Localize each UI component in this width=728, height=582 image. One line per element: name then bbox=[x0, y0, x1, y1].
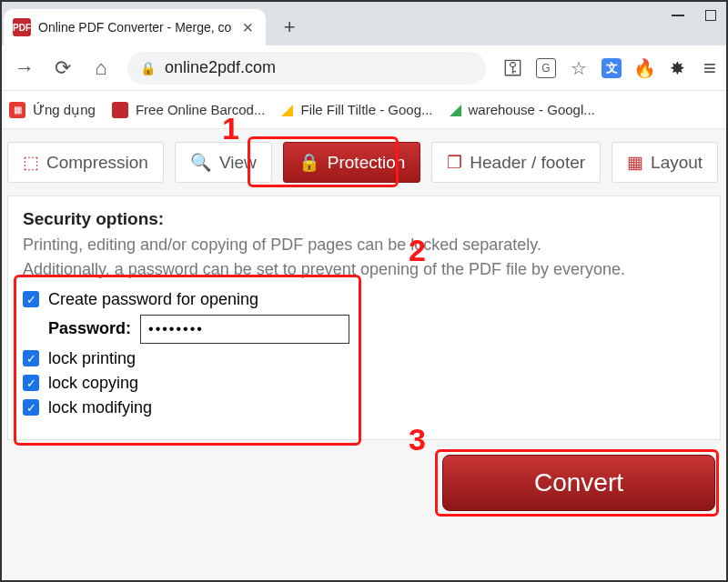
address-bar[interactable]: 🔒 online2pdf.com bbox=[127, 52, 486, 85]
tab-label: Header / footer bbox=[470, 153, 585, 173]
new-tab-button[interactable]: + bbox=[275, 13, 304, 42]
tab-layout[interactable]: ▦ Layout bbox=[612, 142, 718, 183]
page-content: ⬚ Compression 🔍 View 🔒 Protection ❐ Head… bbox=[2, 129, 726, 580]
bookmark-warehouse[interactable]: ◢ warehouse - Googl... bbox=[450, 100, 595, 119]
google-translate-ext-icon[interactable]: 文 bbox=[601, 57, 622, 79]
convert-row: Convert 3 bbox=[2, 447, 726, 522]
settings-tabs: ⬚ Compression 🔍 View 🔒 Protection ❐ Head… bbox=[2, 129, 726, 188]
option-label: lock modifying bbox=[48, 398, 152, 417]
tab-label: Layout bbox=[651, 153, 703, 173]
tab-protection[interactable]: 🔒 Protection bbox=[283, 142, 421, 183]
browser-toolbar: → ⟳ ⌂ 🔒 online2pdf.com ⚿ G ☆ 文 🔥 ✸ ≡ bbox=[2, 45, 726, 91]
tab-label: Protection bbox=[328, 153, 406, 173]
checkbox-checked-icon[interactable]: ✓ bbox=[23, 399, 39, 416]
convert-label: Convert bbox=[534, 468, 623, 497]
url-text: online2pdf.com bbox=[165, 58, 276, 77]
panel-desc-2: Additionally, a password can be set to p… bbox=[23, 259, 705, 280]
apps-icon: ▦ bbox=[9, 102, 25, 118]
home-button[interactable]: ⌂ bbox=[84, 51, 118, 85]
option-create-password[interactable]: ✓ Create password for opening bbox=[23, 290, 705, 309]
extensions-icon[interactable]: ✸ bbox=[666, 57, 688, 79]
panel-title: Security options: bbox=[23, 209, 705, 229]
lock-icon: 🔒 bbox=[140, 61, 156, 75]
menu-icon[interactable]: ≡ bbox=[699, 57, 721, 79]
tab-label: View bbox=[219, 153, 257, 173]
page-icon: ❐ bbox=[447, 152, 462, 173]
bookmark-apps[interactable]: ▦ Ứng dụng bbox=[9, 102, 96, 118]
reload-button[interactable]: ⟳ bbox=[46, 51, 80, 85]
star-icon[interactable]: ☆ bbox=[568, 57, 590, 79]
drive-icon: ◢ bbox=[450, 100, 461, 119]
checkbox-checked-icon[interactable]: ✓ bbox=[23, 375, 39, 391]
window-minimize-button[interactable] bbox=[668, 7, 688, 24]
option-lock-copying[interactable]: ✓ lock copying bbox=[23, 374, 705, 393]
browser-tab-active[interactable]: PDF Online PDF Converter - Merge, co × bbox=[4, 9, 266, 45]
drive-icon: ◢ bbox=[281, 100, 293, 119]
close-icon[interactable]: × bbox=[238, 17, 257, 38]
bookmark-label: Free Online Barcod... bbox=[136, 102, 266, 117]
option-lock-printing[interactable]: ✓ lock printing bbox=[23, 349, 705, 368]
option-label: lock copying bbox=[48, 374, 138, 393]
option-label: lock printing bbox=[48, 349, 136, 368]
tab-view[interactable]: 🔍 View bbox=[175, 142, 272, 183]
bookmark-label: File Fill Tiltle - Goog... bbox=[300, 102, 432, 117]
password-label: Password: bbox=[48, 319, 131, 338]
password-input[interactable] bbox=[140, 315, 349, 344]
pdf-favicon: PDF bbox=[13, 18, 31, 36]
checkbox-checked-icon[interactable]: ✓ bbox=[23, 350, 39, 366]
compression-icon: ⬚ bbox=[23, 152, 39, 173]
forward-button[interactable]: → bbox=[7, 51, 42, 85]
panel-desc-1: Printing, editing and/or copying of PDF … bbox=[23, 235, 705, 256]
checkbox-checked-icon[interactable]: ✓ bbox=[23, 291, 39, 307]
translate-icon[interactable]: G bbox=[535, 57, 557, 79]
window-maximize-button[interactable] bbox=[701, 7, 721, 24]
bookmarks-bar: ▦ Ứng dụng Free Online Barcod... ◢ File … bbox=[2, 91, 726, 129]
bookmark-barcode[interactable]: Free Online Barcod... bbox=[112, 102, 266, 118]
tab-label: Compression bbox=[46, 153, 148, 173]
lock-icon: 🔒 bbox=[298, 152, 320, 173]
grid-icon: ▦ bbox=[627, 152, 643, 173]
bookmark-filefill[interactable]: ◢ File Fill Tiltle - Goog... bbox=[281, 100, 432, 119]
bookmark-label: warehouse - Googl... bbox=[469, 102, 595, 117]
tab-title: Online PDF Converter - Merge, co bbox=[38, 20, 231, 35]
barcode-icon bbox=[112, 102, 128, 118]
option-label: Create password for opening bbox=[48, 290, 258, 309]
security-options: ✓ Create password for opening Password: … bbox=[23, 290, 705, 417]
key-icon[interactable]: ⚿ bbox=[502, 57, 524, 79]
tab-compression[interactable]: ⬚ Compression bbox=[7, 142, 164, 183]
option-lock-modifying[interactable]: ✓ lock modifying bbox=[23, 398, 705, 417]
bookmark-label: Ứng dụng bbox=[33, 102, 96, 118]
fire-ext-icon[interactable]: 🔥 bbox=[633, 57, 655, 79]
tab-header-footer[interactable]: ❐ Header / footer bbox=[431, 142, 601, 183]
magnifier-icon: 🔍 bbox=[190, 152, 212, 173]
security-panel: Security options: Printing, editing and/… bbox=[7, 196, 721, 440]
convert-button[interactable]: Convert bbox=[442, 455, 715, 511]
browser-tabstrip: PDF Online PDF Converter - Merge, co × + bbox=[2, 2, 726, 45]
